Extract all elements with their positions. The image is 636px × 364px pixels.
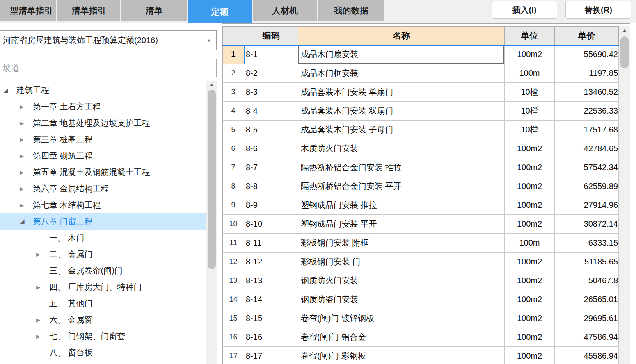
cell-unit[interactable]: 100m2 [505,347,555,364]
tree-item[interactable]: ▶第一章 土石方工程 [0,98,206,115]
tree-collapsed-icon[interactable]: ▶ [20,104,33,110]
cell-unit[interactable]: 100m [505,234,555,253]
replace-button[interactable]: 替换(R) [565,1,631,19]
scroll-up-icon[interactable]: ▲ [619,26,630,34]
tree-item[interactable]: 五、 其他门 [0,295,206,312]
tab-2[interactable]: 清单指引 [57,0,120,21]
tree-collapsed-icon[interactable]: ▶ [36,251,49,257]
cell-price[interactable]: 6333.15 [555,234,619,253]
tree-collapsed-icon[interactable]: ▶ [20,169,33,175]
table-row[interactable]: 148-14钢质防盗门安装100m226565.01 [222,290,619,309]
cell-price[interactable]: 22536.33 [555,102,619,121]
tree-expanded-icon[interactable]: ◢ [3,86,16,94]
cell-name[interactable]: 隔热断桥铝合金门安装 平开 [298,177,505,196]
cell-rownum[interactable]: 16 [222,328,244,347]
cell-rownum[interactable]: 14 [222,290,244,309]
cell-name[interactable]: 彩板钢门安装 附框 [298,234,505,253]
tree-item[interactable]: 八、 窗台板 [0,344,206,361]
tree-item[interactable]: ▶第五章 混凝土及钢筋混凝土工程 [0,164,206,180]
cell-rownum[interactable]: 8 [222,177,244,196]
cell-code[interactable]: 8-8 [244,177,298,196]
cell-price[interactable]: 13460.52 [555,83,619,102]
cell-code[interactable]: 8-11 [244,234,298,253]
cell-price[interactable]: 47586.94 [555,328,619,347]
table-row[interactable]: 58-5成品套装木门安装 子母门10樘17517.68 [222,121,619,139]
tree-item[interactable]: ◢第八章 门窗工程 [0,213,206,230]
tab-1[interactable]: 型清单指引 [0,0,56,21]
cell-name[interactable]: 成品套装木门安装 双扇门 [298,102,505,121]
cell-code[interactable]: 8-16 [244,328,298,347]
cell-code[interactable]: 8-6 [244,139,298,158]
cell-rownum[interactable]: 1 [222,45,244,64]
cell-code[interactable]: 8-14 [244,290,298,309]
cell-code[interactable]: 8-13 [244,271,298,290]
table-row[interactable]: 168-16卷帘(闸)门 铝合金100m247586.94 [222,328,619,347]
table-row[interactable]: 158-15卷帘(闸)门 镀锌钢板100m229695.61 [222,309,619,328]
cell-code[interactable]: 8-3 [244,83,298,102]
table-row[interactable]: 78-7隔热断桥铝合金门安装 推拉100m257542.34 [222,158,619,177]
cell-rownum[interactable]: 6 [222,139,244,158]
cell-price[interactable]: 26565.01 [555,290,619,309]
cell-unit[interactable]: 100m2 [505,215,555,234]
cell-name[interactable]: 成品套装木门安装 子母门 [298,121,505,139]
cell-unit[interactable]: 100m2 [505,158,555,177]
cell-code[interactable]: 8-12 [244,253,298,271]
cell-price[interactable]: 27914.96 [555,196,619,215]
tree-collapsed-icon[interactable]: ▶ [36,317,49,323]
cell-name[interactable]: 卷帘(闸)门 镀锌钢板 [298,309,505,328]
tab-5[interactable]: 人材机 [253,0,317,21]
tree-scrollbar-thumb[interactable] [208,90,216,269]
table-scrollbar-thumb[interactable] [620,36,629,68]
tree-collapsed-icon[interactable]: ▶ [36,333,49,339]
tree-collapsed-icon[interactable]: ▶ [20,202,33,208]
table-row[interactable]: 48-4成品套装木门安装 双扇门10樘22536.33 [222,102,619,121]
tree-item[interactable]: ▶第三章 桩基工程 [0,131,206,148]
cell-rownum[interactable]: 12 [222,253,244,271]
cell-name[interactable]: 卷帘(闸)门 彩钢板 [298,347,505,364]
insert-button[interactable]: 插入(I) [492,1,557,19]
tree-item[interactable]: ▶第六章 金属结构工程 [0,180,206,197]
tab-6[interactable]: 我的数据 [318,0,384,21]
cell-rownum[interactable]: 17 [222,347,244,364]
tree-item[interactable]: ◢建筑工程 [0,82,206,98]
cell-name[interactable]: 钢质防火门安装 [298,271,505,290]
cell-name[interactable]: 钢质防盗门安装 [298,290,505,309]
tree-scrollbar[interactable]: ▲ [206,81,217,364]
tree-item[interactable]: ▶第二章 地基处理及边坡支护工程 [0,115,206,131]
cell-rownum[interactable]: 7 [222,158,244,177]
cell-unit[interactable]: 100m [505,64,555,83]
tree-item[interactable]: ▶第四章 砌筑工程 [0,148,206,164]
cell-code[interactable]: 8-5 [244,121,298,139]
tree-item[interactable]: 一、 木门 [0,230,206,246]
cell-name[interactable]: 成品木门扇安装 [298,45,505,64]
cell-unit[interactable]: 100m2 [505,139,555,158]
tree-collapsed-icon[interactable]: ▶ [20,153,33,159]
cell-price[interactable]: 55690.42 [555,45,619,64]
tree-collapsed-icon[interactable]: ▶ [20,186,33,192]
tree-item[interactable]: ▶七、 门钢架、门窗套 [0,328,206,344]
cell-code[interactable]: 8-9 [244,196,298,215]
cell-unit[interactable]: 100m2 [505,328,555,347]
cell-rownum[interactable]: 3 [222,83,244,102]
tree-item[interactable]: ▶六、 金属窗 [0,312,206,328]
tree-expanded-icon[interactable]: ◢ [20,218,33,225]
cell-code[interactable]: 8-4 [244,102,298,121]
col-header-name[interactable]: 名称 [298,26,505,45]
col-header-price[interactable]: 单价 [555,26,619,45]
cell-name[interactable]: 隔热断桥铝合金门安装 推拉 [298,158,505,177]
cell-name[interactable]: 成品木门框安装 [298,64,505,83]
cell-rownum[interactable]: 9 [222,196,244,215]
tab-4[interactable]: 定额 [188,0,252,23]
cell-price[interactable]: 29695.61 [555,309,619,328]
table-row[interactable]: 118-11彩板钢门安装 附框100m6333.15 [222,234,619,253]
cell-name[interactable]: 木质防火门安装 [298,139,505,158]
cell-unit[interactable]: 100m2 [505,45,555,64]
cell-name[interactable]: 卷帘(闸)门 铝合金 [298,328,505,347]
tab-3[interactable]: 清单 [121,0,187,21]
cell-rownum[interactable]: 15 [222,309,244,328]
table-row[interactable]: 88-8隔热断桥铝合金门安装 平开100m262559.89 [222,177,619,196]
cell-price[interactable]: 51185.65 [555,253,619,271]
table-row[interactable]: 138-13钢质防火门安装100m250467.8 [222,271,619,290]
tree-collapsed-icon[interactable]: ▶ [36,284,49,290]
cell-price[interactable]: 62559.89 [555,177,619,196]
